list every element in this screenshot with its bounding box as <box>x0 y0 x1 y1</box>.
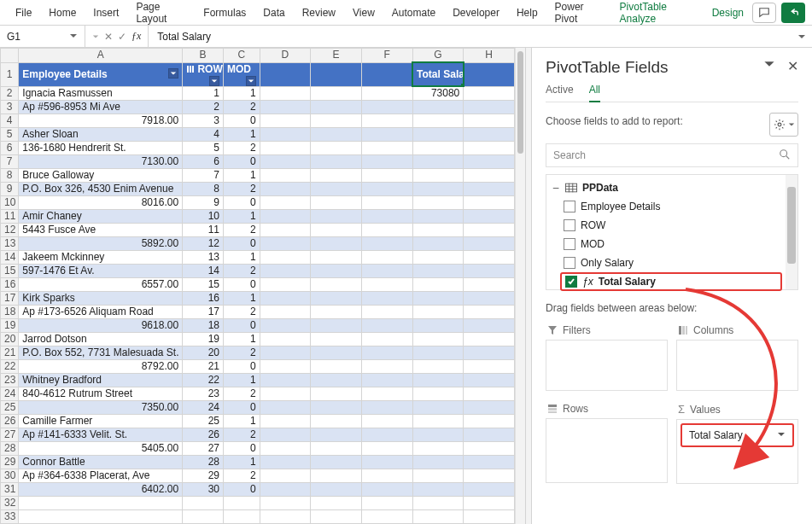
row-header[interactable]: 17 <box>1 292 19 306</box>
cancel-icon[interactable]: ✕ <box>104 31 113 43</box>
cell[interactable]: 136-1680 Hendrerit St. <box>19 142 183 155</box>
fx-icon[interactable]: ƒx <box>131 30 141 43</box>
cell[interactable]: P.O. Box 552, 7731 Malesuada St. <box>19 346 183 360</box>
row-header[interactable]: 2 <box>1 86 19 101</box>
row-header[interactable]: 28 <box>1 442 19 456</box>
area-filters-drop[interactable] <box>546 340 668 391</box>
cell[interactable]: 12 <box>183 237 224 251</box>
row-header[interactable]: 24 <box>1 387 19 401</box>
cell[interactable]: 11 <box>183 224 224 237</box>
filter-dropdown-icon[interactable] <box>246 76 256 86</box>
field-checkbox[interactable] <box>564 201 575 213</box>
cell[interactable]: 25 <box>183 415 224 428</box>
row-header[interactable]: 25 <box>1 401 19 415</box>
cell[interactable]: 9 <box>183 196 224 210</box>
tab-design[interactable]: Design <box>704 0 752 26</box>
tab-insert[interactable]: Insert <box>85 0 127 26</box>
row-header[interactable]: 10 <box>1 196 19 210</box>
cell[interactable]: 0 <box>224 442 260 456</box>
formula-input[interactable]: Total Salary <box>149 26 792 48</box>
cell[interactable]: 0 <box>224 483 260 497</box>
cell[interactable]: 1 <box>224 374 260 387</box>
field-checkbox[interactable] <box>564 257 575 269</box>
cell[interactable]: Ap #364-6338 Placerat, Ave <box>19 469 183 483</box>
cell[interactable]: 20 <box>183 346 224 360</box>
row-header[interactable]: 23 <box>1 374 19 387</box>
cell[interactable]: Camille Farmer <box>19 415 183 428</box>
row-header[interactable]: 3 <box>1 101 19 114</box>
cell[interactable]: 14 <box>183 265 224 278</box>
row-header[interactable]: 30 <box>1 469 19 483</box>
subtab-all[interactable]: All <box>589 84 600 102</box>
field-item[interactable]: MOD <box>546 235 797 253</box>
name-box[interactable]: G1 <box>0 26 85 48</box>
cell[interactable]: 2 <box>224 469 260 483</box>
cell[interactable]: 26 <box>183 428 224 442</box>
cell[interactable]: 1 <box>224 128 260 142</box>
tools-button[interactable] <box>769 113 798 137</box>
cell[interactable]: 29 <box>183 469 224 483</box>
cell[interactable]: 2 <box>224 387 260 401</box>
panel-collapse-button[interactable] <box>763 58 775 74</box>
table-header-cell[interactable]: MOD <box>224 62 260 86</box>
row-header[interactable]: 8 <box>1 169 19 183</box>
cell[interactable]: 6557.00 <box>19 278 183 292</box>
share-button[interactable] <box>781 3 805 23</box>
filter-dropdown-icon[interactable] <box>168 68 178 79</box>
tab-review[interactable]: Review <box>294 0 344 26</box>
area-columns-drop[interactable] <box>676 340 798 391</box>
cell[interactable]: 30 <box>183 483 224 497</box>
cell[interactable]: 21 <box>183 360 224 374</box>
row-header[interactable]: 16 <box>1 278 19 292</box>
field-search-input[interactable]: Search <box>546 143 798 167</box>
cell[interactable]: Ignacia Rasmussen <box>19 86 183 101</box>
tab-power-pivot[interactable]: Power Pivot <box>546 0 611 26</box>
col-header-c[interactable]: C <box>224 49 260 63</box>
row-header[interactable]: 32 <box>1 497 19 510</box>
row-header[interactable]: 22 <box>1 360 19 374</box>
tab-file[interactable]: File <box>7 0 40 26</box>
cell[interactable]: 24 <box>183 401 224 415</box>
tab-home[interactable]: Home <box>40 0 85 26</box>
cell[interactable]: 8 <box>183 183 224 196</box>
table-header-cell[interactable]: Employee Details <box>19 62 183 86</box>
row-header[interactable]: 9 <box>1 183 19 196</box>
cell[interactable]: 2 <box>224 306 260 319</box>
cell[interactable]: 2 <box>224 101 260 114</box>
field-item[interactable]: ROW <box>546 216 797 235</box>
tab-data[interactable]: Data <box>254 0 293 26</box>
cell[interactable]: 0 <box>224 155 260 169</box>
cell[interactable]: 2 <box>224 142 260 155</box>
field-item[interactable]: Employee Details <box>546 197 797 216</box>
tab-automate[interactable]: Automate <box>383 0 444 26</box>
cell[interactable]: 2 <box>224 265 260 278</box>
row-header[interactable]: 15 <box>1 265 19 278</box>
field-table-root[interactable]: – PPData <box>546 178 797 197</box>
cell[interactable]: 16 <box>183 292 224 306</box>
field-item-highlighted[interactable]: ƒxTotal Salary <box>560 272 782 291</box>
cell[interactable]: 2 <box>183 101 224 114</box>
value-field-chip[interactable]: Total Salary <box>681 423 794 447</box>
chevron-down-icon[interactable] <box>777 429 786 441</box>
cell[interactable]: 1 <box>183 86 224 101</box>
sheet-vertical-scrollbar[interactable] <box>515 48 525 524</box>
cell[interactable]: 1 <box>224 333 260 346</box>
cell[interactable]: 6 <box>183 155 224 169</box>
cell[interactable]: 18 <box>183 319 224 333</box>
tab-page-layout[interactable]: Page Layout <box>127 0 195 26</box>
row-header[interactable]: 33 <box>1 510 19 524</box>
collapse-icon[interactable]: – <box>552 182 560 194</box>
cell[interactable]: 0 <box>224 278 260 292</box>
cell[interactable]: Kirk Sparks <box>19 292 183 306</box>
col-header-e[interactable]: E <box>311 49 362 63</box>
cell[interactable]: 23 <box>183 387 224 401</box>
row-header[interactable]: 11 <box>1 210 19 224</box>
cell[interactable]: Asher Sloan <box>19 128 183 142</box>
cell[interactable]: 2 <box>224 346 260 360</box>
tab-developer[interactable]: Developer <box>444 0 508 26</box>
tab-help[interactable]: Help <box>508 0 546 26</box>
cell[interactable]: 1 <box>224 415 260 428</box>
row-header[interactable]: 27 <box>1 428 19 442</box>
fx-dropdown-icon[interactable] <box>92 31 99 43</box>
cell[interactable]: 0 <box>224 114 260 128</box>
